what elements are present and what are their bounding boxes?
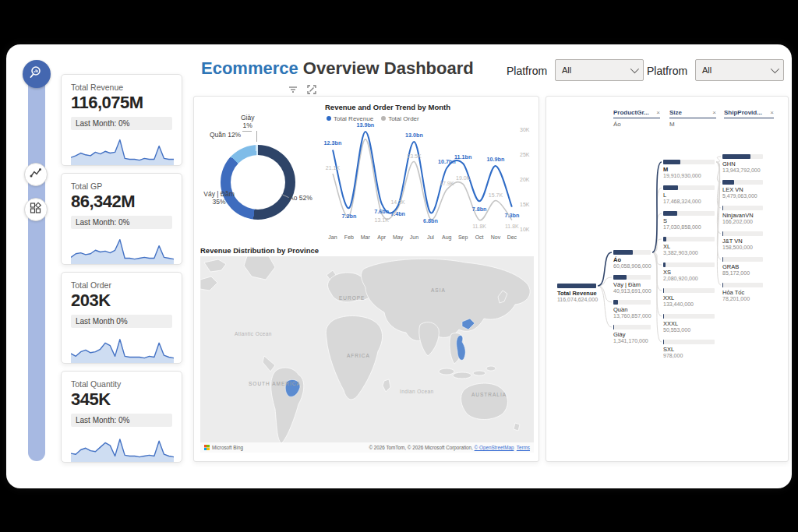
kpi-sparkline — [71, 330, 174, 363]
focus-mode-icon[interactable] — [305, 83, 318, 96]
svg-text:30K: 30K — [520, 127, 530, 132]
svg-text:11.8K: 11.8K — [505, 224, 519, 229]
map-copyright: © 2026 TomTom, © 2026 Microsoft Corporat… — [369, 445, 472, 450]
tree-node-sxl[interactable]: SXL978,000 — [663, 340, 715, 358]
kpi-sparkline — [71, 231, 174, 264]
svg-text:13.1K: 13.1K — [375, 217, 390, 223]
panel-trends-and-map: Giày1% Quần 12% Váy | Đầm35% Áo 52% Reve… — [193, 96, 539, 462]
tree-node-s[interactable]: S17,030,858,000 — [663, 211, 715, 230]
page-title: Ecommerce Overview Dashboard — [201, 58, 474, 79]
chevron-down-icon — [630, 65, 639, 73]
terms-link[interactable]: Terms — [517, 445, 530, 450]
tree-node-lex-vn[interactable]: LEX VN5,479,063,000 — [722, 180, 763, 199]
slicer-dropdown-platform-2[interactable]: All — [695, 59, 784, 81]
tree-node-xs[interactable]: XS2,080,920,000 — [663, 262, 715, 281]
svg-text:10.7bn: 10.7bn — [438, 158, 456, 165]
page-title-rest: Overview Dashboard — [298, 58, 474, 78]
map-label-atlantic-ocean: Atlantic Ocean — [235, 331, 272, 336]
tree-node-xxl[interactable]: XXL133,440,000 — [663, 288, 715, 307]
slicer-label-platform-1: Platfrom — [507, 65, 547, 77]
filter-icon[interactable] — [287, 83, 299, 96]
tree-node-ninjavanvn[interactable]: NinjavanVN166,202,000 — [722, 206, 763, 224]
sidebar-item-trends[interactable] — [24, 163, 48, 186]
tree-node-xxxl[interactable]: XXXL50,553,000 — [663, 314, 715, 333]
tree-node-ghn[interactable]: GHN13,943,792,000 — [722, 154, 763, 173]
slicer-value: All — [562, 65, 571, 75]
tree-node-l[interactable]: L17,468,324,000 — [663, 185, 715, 204]
tree-node-m[interactable]: M19,910,930,000 — [663, 160, 715, 178]
svg-text:21.1K: 21.1K — [326, 165, 341, 171]
svg-text:10K: 10K — [520, 227, 530, 232]
kpi-sparkline — [71, 429, 174, 462]
svg-text:7.2bn: 7.2bn — [342, 213, 357, 220]
visuals-grid-icon — [30, 202, 42, 217]
svg-text:20K: 20K — [520, 177, 530, 182]
svg-text:7.4bn: 7.4bn — [390, 210, 405, 217]
donut-callout-line — [242, 131, 252, 132]
kpi-label: Total GP — [71, 181, 172, 191]
svg-text:19.0K: 19.0K — [456, 175, 471, 181]
kpi-value: 345K — [71, 389, 172, 410]
kpi-value: 203K — [71, 291, 172, 311]
svg-text:Mar: Mar — [361, 234, 371, 240]
tree-node--o[interactable]: Áo60,058,906,000 — [613, 250, 651, 269]
kpi-last-month: Last Month: 0% — [71, 216, 172, 229]
kpi-last-month: Last Month: 0% — [71, 414, 172, 427]
slicer-dropdown-platform-1[interactable]: All — [555, 59, 644, 81]
kpi-card-total-revenue: Total Revenue 116,075M Last Month: 0% — [61, 74, 182, 166]
trend-line-chart[interactable]: 30K25K20K15K10KJanFebMarAprMayJunJulAugS… — [317, 120, 540, 251]
world-map[interactable]: EUROPE ASIA AFRICA SOUTH AMERICA AUSTRAL… — [200, 256, 534, 453]
trend-chart-title: Revenue and Order Trend by Month — [325, 103, 450, 111]
svg-text:10.9bn: 10.9bn — [487, 156, 505, 163]
tree-node-xl[interactable]: XL3,382,903,000 — [663, 237, 715, 255]
kpi-card-total-order: Total Order 203K Last Month 0% — [61, 272, 182, 364]
kpi-last-month: Last Month: 0% — [71, 117, 172, 130]
tree-node-grab[interactable]: GRAB85,172,000 — [722, 257, 763, 276]
donut-label-ao: Áo 52% — [289, 194, 312, 202]
trend-line-icon — [30, 167, 42, 182]
svg-text:Nov: Nov — [491, 234, 501, 240]
svg-text:7.6bn: 7.6bn — [374, 208, 389, 215]
tree-node-qu-n[interactable]: Quần13,760,857,000 — [613, 300, 651, 319]
svg-text:May: May — [393, 234, 404, 241]
tree-node-h-a-t-c[interactable]: Hỏa Tốc78,201,000 — [722, 283, 763, 301]
openstreetmap-link[interactable]: © OpenStreetMap — [475, 445, 514, 450]
bing-logo-icon — [204, 445, 210, 450]
svg-text:Aug: Aug — [442, 234, 452, 241]
kpi-label: Total Order — [71, 280, 172, 290]
svg-text:Apr: Apr — [377, 234, 387, 241]
svg-text:Jul: Jul — [427, 234, 434, 240]
insights-search-icon — [29, 65, 44, 83]
sidebar-rail — [28, 68, 45, 461]
map-branding: Microsoft Bing — [212, 445, 243, 450]
kpi-last-month: Last Month 0% — [71, 315, 172, 328]
svg-text:Oct: Oct — [475, 234, 484, 240]
tree-node-total-revenue[interactable]: Total Revenue116,074,624,000 — [557, 284, 596, 302]
svg-text:11.8K: 11.8K — [472, 224, 486, 229]
sidebar-item-visuals[interactable] — [24, 198, 48, 221]
tree-node-gi-y[interactable]: Giày1,341,170,000 — [613, 325, 651, 344]
svg-text:7.3bn: 7.3bn — [505, 212, 520, 219]
map-label-south-america: SOUTH AMERICA — [249, 381, 301, 386]
donut-chart-product-share[interactable] — [221, 145, 295, 220]
donut-label-quan: Quần 12% — [210, 131, 241, 139]
svg-text:15.7K: 15.7K — [489, 192, 503, 198]
kpi-value: 86,342M — [71, 192, 172, 212]
tree-node-j-t-vn[interactable]: J&T VN158,500,000 — [722, 231, 763, 250]
sidebar-item-insights[interactable] — [23, 60, 51, 88]
svg-text:14.2K: 14.2K — [390, 199, 405, 205]
map-label-africa: AFRICA — [347, 353, 370, 358]
svg-text:Feb: Feb — [344, 234, 354, 240]
donut-label-giay: Giày1% — [241, 114, 254, 129]
map-label-europe: EUROPE — [339, 295, 365, 301]
page-title-accent: Ecommerce — [201, 58, 298, 78]
svg-text:Sep: Sep — [458, 234, 468, 241]
tree-node-v-y-m[interactable]: Váy | Đầm40,913,691,000 — [613, 275, 651, 294]
map-title: Revenue Distribution by Province — [200, 246, 319, 255]
panel-decomposition-tree: ProductGr...× Áo Size× M ShipProvid...× … — [546, 96, 789, 462]
svg-text:11.1bn: 11.1bn — [454, 153, 471, 160]
kpi-card-total-quantity: Total Quantity 345K Last Month: 0% — [61, 371, 182, 463]
svg-text:23.5K: 23.5K — [407, 153, 422, 159]
svg-text:13.0bn: 13.0bn — [405, 132, 423, 139]
kpi-label: Total Revenue — [71, 83, 172, 92]
